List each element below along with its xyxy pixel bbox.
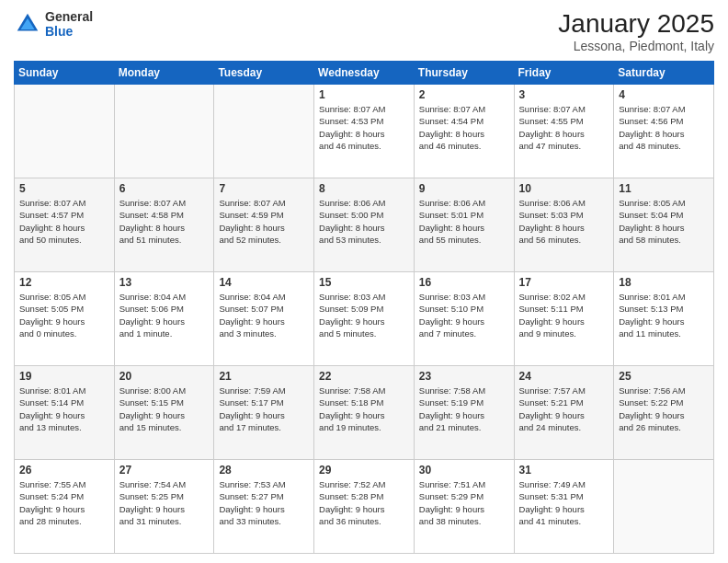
calendar-week-1: 1Sunrise: 8:07 AM Sunset: 4:53 PM Daylig… xyxy=(15,85,714,178)
calendar-day-10: 10Sunrise: 8:06 AM Sunset: 5:03 PM Dayli… xyxy=(514,178,614,272)
empty-cell xyxy=(614,460,714,554)
logo-blue-text: Blue xyxy=(45,24,93,39)
day-number: 30 xyxy=(419,464,509,477)
calendar-day-30: 30Sunrise: 7:51 AM Sunset: 5:29 PM Dayli… xyxy=(414,460,514,554)
day-number: 29 xyxy=(319,464,409,477)
day-info: Sunrise: 8:04 AM Sunset: 5:06 PM Dayligh… xyxy=(119,292,186,339)
calendar-day-21: 21Sunrise: 7:59 AM Sunset: 5:17 PM Dayli… xyxy=(214,366,314,460)
calendar-week-2: 5Sunrise: 8:07 AM Sunset: 4:57 PM Daylig… xyxy=(15,178,714,272)
day-number: 22 xyxy=(319,370,409,383)
calendar-week-3: 12Sunrise: 8:05 AM Sunset: 5:05 PM Dayli… xyxy=(15,272,714,366)
day-info: Sunrise: 8:06 AM Sunset: 5:00 PM Dayligh… xyxy=(319,198,385,245)
day-info: Sunrise: 8:07 AM Sunset: 4:55 PM Dayligh… xyxy=(519,104,586,151)
calendar-day-18: 18Sunrise: 8:01 AM Sunset: 5:13 PM Dayli… xyxy=(614,272,714,366)
day-info: Sunrise: 8:04 AM Sunset: 5:07 PM Dayligh… xyxy=(219,292,285,339)
calendar-day-12: 12Sunrise: 8:05 AM Sunset: 5:05 PM Dayli… xyxy=(15,272,115,366)
day-number: 19 xyxy=(19,370,109,383)
day-number: 12 xyxy=(19,276,109,289)
day-number: 6 xyxy=(119,182,210,195)
logo: General Blue xyxy=(14,9,93,39)
calendar-day-17: 17Sunrise: 8:02 AM Sunset: 5:11 PM Dayli… xyxy=(514,272,614,366)
day-header-thursday: Thursday xyxy=(414,62,514,85)
day-info: Sunrise: 7:59 AM Sunset: 5:17 PM Dayligh… xyxy=(219,385,285,432)
day-number: 18 xyxy=(619,276,709,289)
day-number: 5 xyxy=(19,182,109,195)
calendar-day-28: 28Sunrise: 7:53 AM Sunset: 5:27 PM Dayli… xyxy=(214,460,314,554)
day-number: 26 xyxy=(19,464,109,477)
calendar-day-11: 11Sunrise: 8:05 AM Sunset: 5:04 PM Dayli… xyxy=(614,178,714,272)
empty-cell xyxy=(15,85,115,178)
day-number: 11 xyxy=(619,182,709,195)
logo-general-text: General xyxy=(45,9,93,24)
calendar-table: SundayMondayTuesdayWednesdayThursdayFrid… xyxy=(14,61,714,554)
logo-text: General Blue xyxy=(45,9,93,39)
day-info: Sunrise: 8:07 AM Sunset: 4:53 PM Dayligh… xyxy=(319,104,385,151)
calendar-day-8: 8Sunrise: 8:06 AM Sunset: 5:00 PM Daylig… xyxy=(314,178,415,272)
day-info: Sunrise: 8:01 AM Sunset: 5:14 PM Dayligh… xyxy=(19,385,85,432)
day-info: Sunrise: 8:01 AM Sunset: 5:13 PM Dayligh… xyxy=(619,292,685,339)
day-number: 21 xyxy=(219,370,309,383)
calendar-day-24: 24Sunrise: 7:57 AM Sunset: 5:21 PM Dayli… xyxy=(514,366,614,460)
day-header-wednesday: Wednesday xyxy=(314,62,415,85)
day-info: Sunrise: 8:06 AM Sunset: 5:01 PM Dayligh… xyxy=(419,198,485,245)
calendar-day-7: 7Sunrise: 8:07 AM Sunset: 4:59 PM Daylig… xyxy=(214,178,314,272)
day-info: Sunrise: 8:02 AM Sunset: 5:11 PM Dayligh… xyxy=(519,292,586,339)
day-number: 7 xyxy=(219,182,309,195)
calendar-week-5: 26Sunrise: 7:55 AM Sunset: 5:24 PM Dayli… xyxy=(15,460,714,554)
calendar-header-row: SundayMondayTuesdayWednesdayThursdayFrid… xyxy=(15,62,714,85)
calendar-day-5: 5Sunrise: 8:07 AM Sunset: 4:57 PM Daylig… xyxy=(15,178,115,272)
day-info: Sunrise: 7:57 AM Sunset: 5:21 PM Dayligh… xyxy=(519,385,586,432)
day-number: 15 xyxy=(319,276,409,289)
location: Lessona, Piedmont, Italy xyxy=(558,39,714,53)
day-info: Sunrise: 8:00 AM Sunset: 5:15 PM Dayligh… xyxy=(119,385,186,432)
day-number: 9 xyxy=(419,182,509,195)
calendar-page: General Blue January 2025 Lessona, Piedm… xyxy=(0,0,728,563)
day-info: Sunrise: 7:54 AM Sunset: 5:25 PM Dayligh… xyxy=(119,479,186,526)
day-number: 2 xyxy=(419,88,509,101)
day-info: Sunrise: 8:07 AM Sunset: 4:57 PM Dayligh… xyxy=(19,198,85,245)
day-number: 3 xyxy=(519,88,609,101)
day-info: Sunrise: 7:55 AM Sunset: 5:24 PM Dayligh… xyxy=(19,479,85,526)
day-info: Sunrise: 8:05 AM Sunset: 5:05 PM Dayligh… xyxy=(19,292,85,339)
day-number: 25 xyxy=(619,370,709,383)
day-number: 27 xyxy=(119,464,210,477)
calendar-day-4: 4Sunrise: 8:07 AM Sunset: 4:56 PM Daylig… xyxy=(614,85,714,178)
day-header-tuesday: Tuesday xyxy=(214,62,314,85)
calendar-day-14: 14Sunrise: 8:04 AM Sunset: 5:07 PM Dayli… xyxy=(214,272,314,366)
day-number: 14 xyxy=(219,276,309,289)
calendar-day-13: 13Sunrise: 8:04 AM Sunset: 5:06 PM Dayli… xyxy=(114,272,214,366)
calendar-day-3: 3Sunrise: 8:07 AM Sunset: 4:55 PM Daylig… xyxy=(514,85,614,178)
calendar-day-19: 19Sunrise: 8:01 AM Sunset: 5:14 PM Dayli… xyxy=(15,366,115,460)
calendar-week-4: 19Sunrise: 8:01 AM Sunset: 5:14 PM Dayli… xyxy=(15,366,714,460)
day-number: 1 xyxy=(319,88,409,101)
calendar-day-16: 16Sunrise: 8:03 AM Sunset: 5:10 PM Dayli… xyxy=(414,272,514,366)
day-info: Sunrise: 8:06 AM Sunset: 5:03 PM Dayligh… xyxy=(519,198,586,245)
day-info: Sunrise: 7:52 AM Sunset: 5:28 PM Dayligh… xyxy=(319,479,385,526)
calendar-day-22: 22Sunrise: 7:58 AM Sunset: 5:18 PM Dayli… xyxy=(314,366,415,460)
day-info: Sunrise: 8:07 AM Sunset: 4:54 PM Dayligh… xyxy=(419,104,485,151)
day-header-sunday: Sunday xyxy=(15,62,115,85)
month-title: January 2025 xyxy=(558,9,714,39)
calendar-day-6: 6Sunrise: 8:07 AM Sunset: 4:58 PM Daylig… xyxy=(114,178,214,272)
calendar-day-9: 9Sunrise: 8:06 AM Sunset: 5:01 PM Daylig… xyxy=(414,178,514,272)
calendar-day-15: 15Sunrise: 8:03 AM Sunset: 5:09 PM Dayli… xyxy=(314,272,415,366)
day-header-saturday: Saturday xyxy=(614,62,714,85)
empty-cell xyxy=(214,85,314,178)
day-info: Sunrise: 8:07 AM Sunset: 4:58 PM Dayligh… xyxy=(119,198,186,245)
day-number: 17 xyxy=(519,276,609,289)
day-header-friday: Friday xyxy=(514,62,614,85)
day-number: 13 xyxy=(119,276,210,289)
calendar-day-2: 2Sunrise: 8:07 AM Sunset: 4:54 PM Daylig… xyxy=(414,85,514,178)
calendar-day-27: 27Sunrise: 7:54 AM Sunset: 5:25 PM Dayli… xyxy=(114,460,214,554)
day-info: Sunrise: 8:07 AM Sunset: 4:56 PM Dayligh… xyxy=(619,104,685,151)
day-number: 16 xyxy=(419,276,509,289)
day-info: Sunrise: 8:07 AM Sunset: 4:59 PM Dayligh… xyxy=(219,198,285,245)
day-info: Sunrise: 7:58 AM Sunset: 5:19 PM Dayligh… xyxy=(419,385,485,432)
calendar-day-26: 26Sunrise: 7:55 AM Sunset: 5:24 PM Dayli… xyxy=(15,460,115,554)
calendar-day-25: 25Sunrise: 7:56 AM Sunset: 5:22 PM Dayli… xyxy=(614,366,714,460)
title-block: January 2025 Lessona, Piedmont, Italy xyxy=(558,9,714,53)
day-info: Sunrise: 8:03 AM Sunset: 5:09 PM Dayligh… xyxy=(319,292,385,339)
calendar-day-31: 31Sunrise: 7:49 AM Sunset: 5:31 PM Dayli… xyxy=(514,460,614,554)
day-info: Sunrise: 8:05 AM Sunset: 5:04 PM Dayligh… xyxy=(619,198,685,245)
calendar-day-20: 20Sunrise: 8:00 AM Sunset: 5:15 PM Dayli… xyxy=(114,366,214,460)
